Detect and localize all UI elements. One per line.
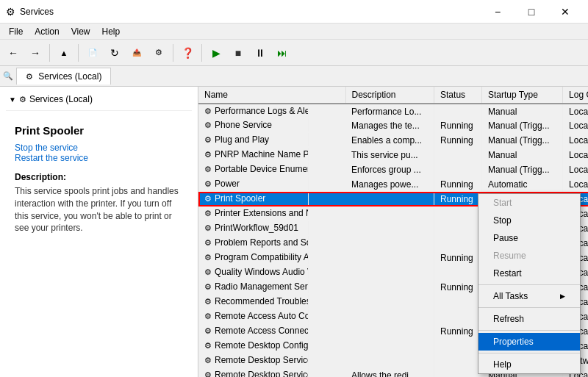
service-status-cell <box>434 162 482 177</box>
tab-services-local[interactable]: ⚙ Services (Local) <box>16 68 111 85</box>
service-logon-cell: Local Service <box>563 104 588 118</box>
context-menu-separator <box>478 307 580 308</box>
context-menu-item-properties[interactable]: Properties <box>478 333 580 351</box>
context-menu-item-pause[interactable]: Pause <box>478 229 580 247</box>
service-desc-cell <box>345 251 434 265</box>
service-icon: ⚙ <box>204 297 212 306</box>
context-menu-item-restart[interactable]: Restart <box>478 265 580 282</box>
context-menu-separator <box>478 330 580 331</box>
table-area: Name Description Status Startup Type Log… <box>198 87 588 377</box>
service-description-text: This service spools print jobs and handl… <box>15 185 183 234</box>
restart-button[interactable]: ⏭ <box>272 43 293 63</box>
properties-button[interactable]: ⚙ <box>148 43 169 63</box>
context-menu-item-all-tasks[interactable]: All Tasks▶ <box>478 287 580 305</box>
service-logon-cell: Local System <box>563 148 588 162</box>
context-menu-item-refresh[interactable]: Refresh <box>478 310 580 328</box>
show-hide-button[interactable]: 📄 <box>82 43 103 63</box>
service-status-cell <box>434 221 482 236</box>
service-status-cell <box>434 236 482 251</box>
service-logon-cell: Local System <box>563 118 588 133</box>
back-button[interactable]: ← <box>3 43 24 63</box>
menu-action[interactable]: Action <box>29 25 65 38</box>
tree-label: Services (Local) <box>29 94 93 104</box>
play-button[interactable]: ▶ <box>206 43 226 63</box>
service-name-cell: ⚙PrintWorkflow_59d01 <box>198 221 309 234</box>
col-status[interactable]: Status <box>434 87 482 104</box>
service-desc-cell <box>345 295 434 309</box>
service-status-cell <box>434 265 482 280</box>
service-desc-cell <box>345 192 434 207</box>
table-row[interactable]: ⚙Plug and PlayEnables a comp...RunningMa… <box>198 133 588 148</box>
service-desc-cell <box>345 207 434 221</box>
service-icon: ⚙ <box>204 238 212 248</box>
tree-icon: ⚙ <box>19 95 26 104</box>
tab-label: Services (Local) <box>38 71 101 82</box>
menu-view[interactable]: View <box>65 25 96 38</box>
stop-service-link[interactable]: Stop the service <box>15 143 183 153</box>
service-icon: ⚙ <box>204 107 212 116</box>
table-row[interactable]: ⚙PNRP Machine Name Publication ServiceTh… <box>198 148 588 162</box>
service-desc-cell <box>345 309 434 324</box>
service-desc-cell: Performance Lo... <box>345 104 434 118</box>
context-menu-item-help[interactable]: Help <box>478 356 580 373</box>
context-menu-item-stop[interactable]: Stop <box>478 212 580 229</box>
col-description[interactable]: Description <box>345 87 434 104</box>
refresh-button[interactable]: ↻ <box>104 43 125 63</box>
service-desc-cell: Allows the redi... <box>345 368 434 377</box>
stop-button[interactable]: ■ <box>228 43 248 63</box>
table-row[interactable]: ⚙PowerManages powe...RunningAutomaticLoc… <box>198 177 588 192</box>
pause-button[interactable]: ⏸ <box>250 43 270 63</box>
up-button[interactable]: ▲ <box>54 43 74 63</box>
service-desc-cell: Enables a comp... <box>345 133 434 148</box>
col-startup[interactable]: Startup Type <box>482 87 563 104</box>
service-icon: ⚙ <box>204 209 212 218</box>
service-name-cell: ⚙Recommended Troubleshooting Servi... <box>198 295 309 308</box>
service-icon: ⚙ <box>204 150 212 159</box>
service-desc-cell: This service pu... <box>345 148 434 162</box>
service-status-cell: Running <box>434 324 482 339</box>
service-icon: ⚙ <box>204 223 212 233</box>
service-status-cell <box>434 339 482 353</box>
service-desc-cell <box>345 353 434 368</box>
service-status-cell: Running <box>434 177 482 192</box>
table-row[interactable]: ⚙Portable Device Enumerator ServiceEnfor… <box>198 162 588 177</box>
app-icon: ⚙ <box>6 6 15 18</box>
tree-expand-icon: ▼ <box>9 96 16 104</box>
service-detail-name: Print Spooler <box>15 124 183 137</box>
close-button[interactable]: ✕ <box>548 0 582 24</box>
service-status-cell <box>434 368 482 377</box>
toolbar-sep-2 <box>78 44 79 62</box>
service-logon-cell: Local System <box>563 133 588 148</box>
menu-file[interactable]: File <box>3 25 29 38</box>
help-button[interactable]: ❓ <box>177 43 198 63</box>
forward-button[interactable]: → <box>25 43 46 63</box>
maximize-button[interactable]: □ <box>514 0 548 24</box>
tree-item-services-local[interactable]: ▼ ⚙ Services (Local) <box>6 93 192 106</box>
service-status-cell <box>434 207 482 221</box>
service-name-cell: ⚙Radio Management Service <box>198 280 309 293</box>
service-name-cell: ⚙Phone Service <box>198 118 309 132</box>
toolbar-sep-3 <box>173 44 173 62</box>
sidebar: ▼ ⚙ Services (Local) Print Spooler Stop … <box>0 87 198 377</box>
table-row[interactable]: ⚙Performance Logs & AlertsPerformance Lo… <box>198 104 588 118</box>
export-button[interactable]: 📤 <box>126 43 147 63</box>
service-status-cell <box>434 295 482 309</box>
toolbar: ← → ▲ 📄 ↻ 📤 ⚙ ❓ ▶ ■ ⏸ ⏭ <box>0 40 588 66</box>
service-status-cell: Running <box>434 192 482 207</box>
menu-help[interactable]: Help <box>96 25 126 38</box>
service-status-cell: Running <box>434 133 482 148</box>
service-name-cell: ⚙PNRP Machine Name Publication Service <box>198 148 309 161</box>
service-name-cell: ⚙Power <box>198 177 309 190</box>
table-row[interactable]: ⚙Phone ServiceManages the te...RunningMa… <box>198 118 588 133</box>
minimize-button[interactable]: − <box>481 0 514 24</box>
restart-service-link[interactable]: Restart the service <box>15 153 183 163</box>
service-icon: ⚙ <box>204 282 212 292</box>
service-status-cell <box>434 104 482 118</box>
toolbar-sep-4 <box>201 44 202 62</box>
service-name-cell: ⚙Remote Desktop Services UserMode Por... <box>198 368 309 377</box>
col-name[interactable]: Name <box>198 87 345 104</box>
service-logon-cell: Local System <box>563 162 588 177</box>
service-name-cell: ⚙Remote Access Auto Connection Man... <box>198 309 309 323</box>
col-logon[interactable]: Log On As <box>563 87 588 104</box>
service-icon: ⚙ <box>204 179 212 189</box>
